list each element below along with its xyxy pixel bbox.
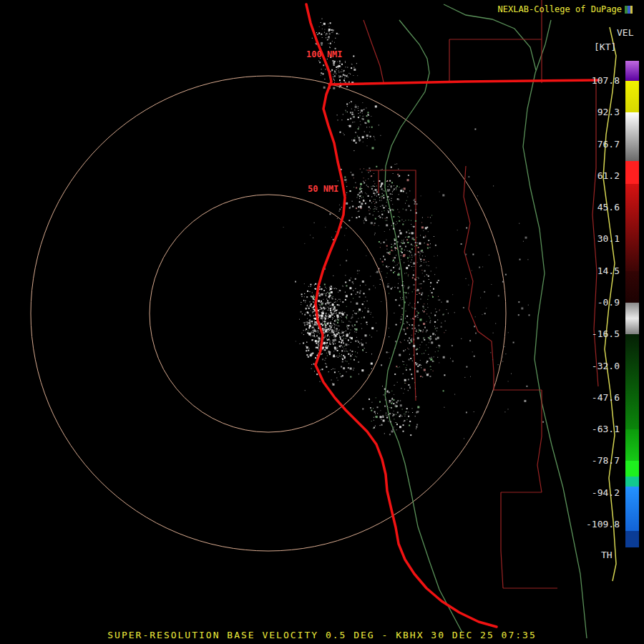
echo-bin: [325, 327, 326, 328]
echo-bin: [398, 367, 399, 368]
echo-bin: [329, 343, 330, 343]
echo-bin: [409, 230, 409, 231]
echo-bin: [347, 74, 348, 75]
echo-bin: [311, 339, 313, 341]
echo-bin: [335, 298, 336, 299]
echo-bin: [370, 208, 371, 209]
echo-bin: [397, 403, 398, 404]
echo-bin: [441, 326, 442, 328]
echo-bin: [305, 390, 306, 391]
echo-bin: [342, 375, 343, 376]
echo-bin: [380, 425, 381, 426]
echo-bin: [313, 238, 313, 238]
echo-bin: [409, 220, 409, 220]
echo-bin: [398, 169, 399, 170]
echo-bin: [386, 191, 386, 192]
echo-bin: [347, 67, 348, 68]
echo-bin: [330, 308, 331, 309]
echo-bin: [333, 335, 334, 336]
echo-bin: [344, 351, 345, 351]
echo-bin: [310, 319, 311, 320]
echo-bin: [382, 196, 383, 197]
echo-bin: [338, 318, 339, 318]
echo-bin: [405, 414, 406, 414]
echo-bin: [375, 206, 376, 207]
echo-bin: [393, 267, 394, 268]
echo-bin: [343, 348, 344, 349]
echo-bin: [375, 189, 377, 191]
echo-bin: [400, 341, 401, 342]
echo-bin: [380, 186, 381, 187]
echo-bin: [374, 427, 375, 429]
echo-bin: [399, 212, 399, 213]
echo-bin: [355, 182, 356, 183]
echo-bin: [306, 346, 308, 348]
echo-bin: [438, 300, 439, 301]
echo-bin: [369, 132, 370, 132]
echo-bin: [421, 294, 422, 296]
echo-bin: [401, 318, 402, 320]
echo-bin: [381, 424, 383, 426]
echo-bin: [327, 332, 328, 333]
echo-bin: [323, 311, 323, 311]
echo-bin: [358, 206, 359, 208]
echo-bin: [420, 360, 421, 361]
echo-bin: [388, 210, 389, 211]
echo-bin: [353, 298, 353, 299]
echo-bin: [424, 308, 424, 308]
echo-bin: [399, 268, 400, 270]
echo-bin: [408, 275, 409, 276]
echo-bin: [330, 47, 331, 48]
echo-bin: [312, 336, 313, 336]
echo-bin: [411, 378, 413, 379]
echo-bin: [393, 228, 394, 230]
echo-bin: [408, 175, 409, 176]
echo-bin: [421, 353, 422, 354]
echo-bin: [356, 328, 358, 331]
echo-bin: [414, 284, 415, 286]
echo-bin: [441, 323, 441, 323]
colorbar-segment: [625, 184, 639, 271]
colorbar-tick-label: 45.6: [564, 202, 620, 213]
echo-bin: [409, 338, 410, 339]
echo-bin: [411, 328, 413, 329]
colorbar-segment: [625, 429, 639, 461]
echo-bin: [521, 308, 523, 310]
echo-bin: [360, 286, 361, 286]
echo-bin: [315, 340, 317, 342]
echo-bin: [370, 314, 371, 315]
echo-bin: [405, 203, 406, 204]
echo-bin: [422, 255, 423, 256]
echo-bin: [336, 334, 336, 335]
echo-bin: [371, 203, 372, 203]
echo-bin: [389, 251, 391, 253]
echo-bin: [372, 147, 374, 150]
echo-bin: [374, 286, 374, 286]
colorbar-segment: [625, 112, 639, 161]
echo-bin: [376, 271, 379, 273]
echo-bin: [383, 255, 384, 257]
echo-bin: [410, 252, 411, 253]
echo-bin: [367, 145, 368, 146]
echo-bin: [423, 329, 424, 330]
echo-bin: [371, 363, 373, 365]
echo-bin: [358, 361, 359, 363]
echo-bin: [428, 296, 429, 296]
echo-bin: [419, 252, 419, 253]
echo-bin: [311, 369, 312, 369]
echo-bin: [380, 217, 381, 218]
echo-bin: [341, 313, 343, 314]
echo-bin: [328, 331, 328, 332]
colorbar-tick-label: -78.7: [564, 455, 620, 467]
colorbar-tick-label: 92.3: [564, 107, 620, 118]
echo-bin: [412, 408, 413, 409]
echo-bin: [377, 406, 379, 408]
echo-bin: [346, 260, 347, 261]
echo-bin: [322, 37, 323, 38]
echo-bin: [316, 331, 316, 332]
echo-bin: [420, 259, 421, 260]
echo-bin: [392, 415, 394, 416]
echo-bin: [323, 87, 326, 89]
echo-bin: [384, 208, 385, 208]
echo-bin: [338, 319, 339, 321]
